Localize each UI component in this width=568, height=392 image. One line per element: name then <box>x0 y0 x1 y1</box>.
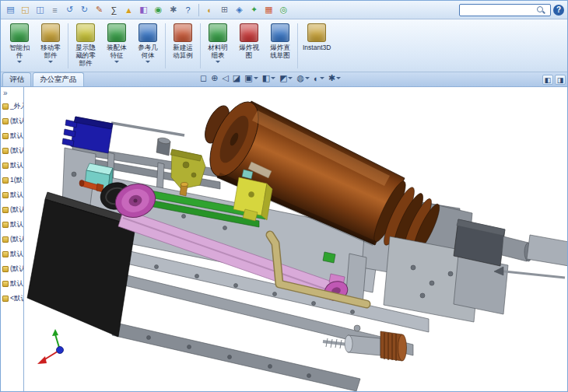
tree-collapse-chevron-icon[interactable]: » <box>1 87 23 99</box>
instant3d-button[interactable]: Instant3D <box>300 21 334 71</box>
new-motion-study-button[interactable]: 新建运动算例 <box>167 21 198 71</box>
view-settings-icon[interactable]: ✱ <box>328 73 341 83</box>
dropdown-caret-icon <box>146 61 150 63</box>
ribbon-label: 何体 <box>138 51 158 59</box>
apply-scene-icon[interactable]: ◐ <box>314 74 324 83</box>
ribbon-label: 爆炸直 <box>270 44 290 51</box>
open-icon[interactable]: ◱ <box>19 3 32 16</box>
glyph: ⊕ <box>211 73 218 83</box>
feature-tree-item[interactable]: (默认 < <box>1 232 23 247</box>
feature-tree-item[interactable]: 默认 人 <box>1 187 23 202</box>
search-input[interactable] <box>461 6 536 14</box>
new-document-icon[interactable]: ▤ <box>4 3 17 16</box>
feature-tree-item[interactable]: (默认 < <box>1 143 23 158</box>
save-icon[interactable]: ◫ <box>33 3 47 16</box>
ribbon-separator <box>165 23 166 68</box>
feature-tree-item[interactable]: 1(默认 <box>1 173 23 187</box>
command-manager-ribbon: 智能扣件 移动零部件 显示隐藏的零部件 装配体特征 参考几何体 新建运动算例 <box>1 19 567 72</box>
feature-tree-item[interactable]: 默认人 <box>1 217 23 232</box>
section-properties-icon[interactable]: ◈ <box>233 3 246 16</box>
feature-tree-item[interactable]: 默认人 <box>1 276 23 291</box>
appearance-icon[interactable]: ◧ <box>137 3 150 16</box>
feature-tree-item-label: (默认 < <box>10 235 23 244</box>
toolbar-separator <box>198 4 199 16</box>
dropdown-caret-icon <box>336 77 341 79</box>
feature-tree-item[interactable]: 默认人 <box>1 247 23 261</box>
part-icon <box>2 118 9 124</box>
zoom-fit-icon[interactable]: ◻ <box>200 73 207 83</box>
assembly-features-button[interactable]: 装配体特征 <box>101 21 132 71</box>
question-icon[interactable]: ? <box>181 3 195 16</box>
edit-appearance-icon[interactable]: ◍ <box>296 73 310 83</box>
help-icon[interactable]: ? <box>553 5 564 16</box>
assembly-visualization-icon[interactable]: ▦ <box>262 3 275 16</box>
dropdown-caret-icon <box>216 61 220 63</box>
previous-view-icon[interactable]: ◁ <box>222 73 228 83</box>
ribbon-label: 藏的零 <box>75 51 96 59</box>
search-box <box>459 4 551 16</box>
print-icon[interactable]: ≡ <box>48 3 61 16</box>
explode-line-sketch-button[interactable]: 爆炸直线草图 <box>265 21 296 71</box>
graphics-viewport[interactable] <box>24 87 567 391</box>
glyph: ◁ <box>222 73 228 83</box>
pane-toggle-left-button[interactable]: ◧ <box>542 75 553 85</box>
display-style-icon[interactable]: ◧ <box>262 73 275 83</box>
reference-geometry-button[interactable]: 参考几何体 <box>132 21 163 71</box>
warning-icon[interactable]: ▲ <box>122 3 135 16</box>
options-icon[interactable]: ✱ <box>167 3 180 16</box>
ribbon-separator <box>297 23 298 68</box>
feature-tree-item[interactable]: 默认人 <box>1 158 23 173</box>
equations-icon[interactable]: ∑ <box>107 3 121 16</box>
bill-of-materials-button[interactable]: 材料明细表 <box>202 21 233 71</box>
sensor-icon[interactable]: ✦ <box>247 3 261 16</box>
show-hidden-components-button[interactable]: 显示隐藏的零部件 <box>70 21 101 71</box>
glyph: ✱ <box>328 73 335 83</box>
ribbon-label: 新建运 <box>173 44 193 51</box>
pane-toggle-right-button[interactable]: ◨ <box>555 75 566 85</box>
performance-icon[interactable]: ◎ <box>277 3 290 16</box>
feature-tree-item[interactable]: (默认 <box>1 261 23 276</box>
feature-tree-item[interactable]: <默认 <box>1 291 23 306</box>
part-icon <box>2 133 9 139</box>
feature-tree-item[interactable]: 默认 人 <box>1 128 23 143</box>
glyph: ◩ <box>279 73 287 83</box>
dropdown-caret-icon <box>17 61 22 63</box>
feature-tree-item-label: 默认 人 <box>10 191 23 200</box>
feature-tree-item-label: 默认人 <box>10 279 23 289</box>
undo-icon[interactable]: ↺ <box>63 3 76 16</box>
hide-show-items-icon[interactable]: ◩ <box>279 73 293 83</box>
section-view-icon[interactable]: ◪ <box>233 73 240 83</box>
rebuild-icon[interactable]: ◉ <box>152 3 165 16</box>
ribbon-label: 动算例 <box>173 51 193 59</box>
feature-tree-item[interactable]: (默认< <box>1 114 23 128</box>
feature-manager-tree[interactable]: » _外入 (默认< 默认 人 (默认 < 默认人 1(默认 默认 人 (默认<… <box>1 87 24 391</box>
model-viewport[interactable] <box>24 87 567 391</box>
smart-fasteners-button[interactable]: 智能扣件 <box>4 21 35 71</box>
gray-cylinder-small[interactable] <box>156 137 171 156</box>
dropdown-caret-icon <box>48 61 53 63</box>
view-orientation-icon[interactable]: ▣ <box>244 73 258 83</box>
new-motion-study-icon <box>174 23 192 42</box>
part-icon <box>2 281 9 287</box>
mass-properties-icon[interactable]: ⊞ <box>218 3 231 16</box>
sketch-icon[interactable]: ✎ <box>93 3 106 16</box>
tab-evaluate[interactable]: 评估 <box>2 72 31 86</box>
search-icon[interactable] <box>536 5 545 14</box>
command-manager-tabstrip: 评估 办公室产品 ◻ ⊕ ◁ ◪ ▣ ◧ ◩ ◍ ◐ ✱ ◧ ◨ <box>1 72 567 87</box>
redo-icon[interactable]: ↻ <box>78 3 91 16</box>
feature-tree-item[interactable]: _外入 <box>1 99 23 114</box>
feature-tree-item-label: 默认人 <box>10 250 23 259</box>
move-component-button[interactable]: 移动零部件 <box>35 21 66 71</box>
feature-tree-item-label: <默认 <box>10 294 23 303</box>
reference-geometry-icon <box>138 23 157 42</box>
exploded-view-button[interactable]: 爆炸视图 <box>233 21 265 71</box>
dropdown-caret-icon <box>305 77 310 79</box>
ribbon-label: Instant3D <box>303 44 331 51</box>
dropdown-caret-icon <box>254 77 258 79</box>
bolt-head[interactable] <box>354 325 360 331</box>
tab-office-products[interactable]: 办公室产品 <box>33 72 84 86</box>
smart-fasteners-icon <box>10 23 29 42</box>
feature-tree-item[interactable]: (默认< <box>1 202 23 217</box>
measure-icon[interactable]: ◐ <box>203 3 216 16</box>
zoom-area-icon[interactable]: ⊕ <box>211 73 218 83</box>
